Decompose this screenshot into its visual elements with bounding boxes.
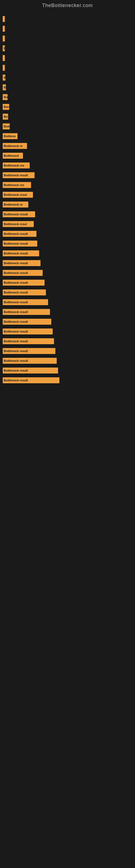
bar-row: Bott bbox=[3, 123, 132, 130]
bar-label: Bottleneck resul bbox=[3, 192, 33, 198]
bar-label: Bottleneck result bbox=[3, 260, 41, 266]
bar-label: Bottleneck result bbox=[3, 338, 54, 344]
bar-row: Bo bbox=[3, 93, 132, 101]
bar-row: Bottleneck result bbox=[3, 230, 132, 238]
bar-label: Bottleneck result bbox=[3, 329, 53, 335]
bar-row: Bottleneck result bbox=[3, 357, 132, 365]
bar-row: Bottleneck result bbox=[3, 328, 132, 335]
bar-row: Bottleneck resul bbox=[3, 191, 132, 198]
bar-label: B bbox=[3, 84, 6, 90]
bar-row: B bbox=[3, 74, 132, 82]
bar-row: Bottleneck result bbox=[3, 337, 132, 345]
bar-row: Bottleneck resul bbox=[3, 220, 132, 228]
bar-row: Bottleneck result bbox=[3, 347, 132, 355]
bar-label: Bott bbox=[3, 123, 10, 129]
bar-label: Bottleneck result bbox=[3, 172, 35, 178]
bar-row: Bottleneck re bbox=[3, 142, 132, 150]
bar-row: Bottleneck result bbox=[3, 172, 132, 179]
bar-label: Bottleneck result bbox=[3, 348, 55, 354]
bar-label: Bottleneck bbox=[3, 153, 23, 159]
bar-row bbox=[3, 54, 132, 62]
bar-label bbox=[3, 65, 5, 71]
bar-row: Bottleneck result bbox=[3, 240, 132, 247]
bar-label: Bottleneck result bbox=[3, 241, 37, 247]
bar-label: Bottlene bbox=[3, 133, 17, 139]
bar-label: Bottleneck result bbox=[3, 211, 35, 217]
bar-label bbox=[3, 16, 5, 22]
bar-label: Bottleneck res bbox=[3, 182, 31, 188]
bar-row: Bottleneck result bbox=[3, 250, 132, 257]
bar-row: Bottlene bbox=[3, 132, 132, 140]
bar-row: Bottleneck bbox=[3, 152, 132, 159]
bar-row: Bottleneck result bbox=[3, 367, 132, 374]
bar-label: Bottleneck result bbox=[3, 358, 57, 364]
bar-row: B bbox=[3, 84, 132, 91]
bar-row: Bottleneck res bbox=[3, 181, 132, 189]
bar-row bbox=[3, 25, 132, 33]
bar-row: Bottleneck result bbox=[3, 308, 132, 316]
bar-label: Bottleneck result bbox=[3, 309, 50, 315]
bars-container: BBBBoBotBoBottBottleneBottleneck reBottl… bbox=[0, 10, 135, 386]
bar-label: B bbox=[3, 74, 5, 81]
bar-row: Bottleneck result bbox=[3, 376, 132, 384]
bar-row: Bottleneck result bbox=[3, 259, 132, 267]
bar-label: Bottleneck result bbox=[3, 377, 59, 383]
site-title: TheBottlenecker.com bbox=[0, 0, 135, 10]
bar-label: Bottleneck re bbox=[3, 202, 28, 208]
bar-row: B bbox=[3, 44, 132, 52]
bar-label: Bottleneck result bbox=[3, 280, 45, 286]
bar-label: Bottleneck result bbox=[3, 231, 37, 237]
bar-label bbox=[3, 26, 5, 32]
bar-row: Bottleneck res bbox=[3, 162, 132, 169]
bar-row bbox=[3, 15, 132, 23]
bar-row: Bot bbox=[3, 103, 132, 111]
bar-label bbox=[3, 55, 5, 61]
bar-row bbox=[3, 64, 132, 72]
bar-label: Bottleneck res bbox=[3, 162, 30, 168]
bar-row: Bottleneck result bbox=[3, 289, 132, 296]
bar-label: Bo bbox=[3, 94, 8, 100]
bar-row: Bottleneck result bbox=[3, 299, 132, 306]
bar-label: B bbox=[3, 45, 5, 51]
bar-label bbox=[3, 35, 5, 41]
bar-row bbox=[3, 35, 132, 42]
bar-label: Bottleneck resul bbox=[3, 221, 34, 227]
bar-row: Bottleneck result bbox=[3, 211, 132, 218]
bar-row: Bottleneck result bbox=[3, 279, 132, 286]
bar-row: Bottleneck result bbox=[3, 318, 132, 326]
bar-row: Bottleneck re bbox=[3, 201, 132, 208]
bar-label: Bot bbox=[3, 104, 9, 110]
bar-label: Bottleneck result bbox=[3, 289, 46, 296]
bar-label: Bottleneck result bbox=[3, 319, 51, 325]
bar-label: Bottleneck re bbox=[3, 143, 27, 149]
bar-label: Bo bbox=[3, 114, 8, 120]
bar-row: Bottleneck result bbox=[3, 269, 132, 277]
bar-label: Bottleneck result bbox=[3, 270, 43, 276]
bar-label: Bottleneck result bbox=[3, 250, 39, 256]
bar-label: Bottleneck result bbox=[3, 299, 48, 305]
bar-row: Bo bbox=[3, 113, 132, 120]
bar-label: Bottleneck result bbox=[3, 368, 58, 373]
